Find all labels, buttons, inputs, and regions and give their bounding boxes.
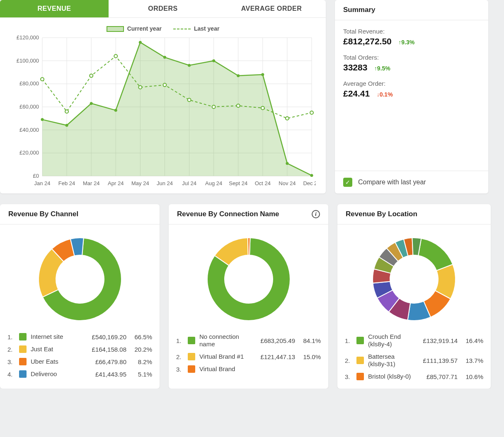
legend-row: 1. Crouch End (kls8y-4) £132,919.14 16.4… [345, 331, 483, 350]
svg-point-59 [261, 106, 264, 110]
channel-donut [34, 234, 126, 325]
svg-point-60 [286, 117, 289, 120]
summary-card: Summary Total Revenue: £812,272.50 ↑9.3%… [335, 0, 488, 193]
total-orders-label: Total Orders: [343, 54, 480, 61]
svg-point-58 [237, 104, 240, 108]
svg-point-54 [138, 86, 142, 89]
color-swatch [19, 370, 27, 378]
connection-legend: 1. No connection name £683,205.49 84.1% … [169, 328, 328, 381]
color-swatch [19, 345, 27, 353]
svg-text:£40,000: £40,000 [19, 127, 39, 133]
svg-text:£0: £0 [33, 173, 39, 179]
total-orders-value: 33283 [343, 63, 367, 72]
svg-point-43 [163, 56, 166, 59]
legend-row: 2. Battersea (kls8y-31) £111,139.57 13.7… [345, 350, 483, 370]
avg-order-value: £24.41 [343, 89, 370, 99]
svg-point-40 [90, 102, 93, 105]
svg-text:Jun 24: Jun 24 [157, 180, 173, 186]
svg-text:£120,000: £120,000 [17, 35, 39, 41]
color-swatch [356, 357, 364, 364]
svg-point-47 [261, 73, 264, 76]
summary-title: Summary [335, 0, 488, 20]
tab-orders[interactable]: ORDERS [109, 0, 217, 17]
revenue-line-chart: £0£20,000£40,000£60,000£80,000£100,000£1… [10, 35, 316, 188]
legend-row: 2. Virtual Brand #1 £121,447.13 15.0% [176, 350, 321, 363]
legend-row: 4. Deliveroo £41,443.95 5.1% [7, 368, 152, 380]
channel-legend: 1. Internet site £540,169.20 66.5% 2. Ju… [0, 328, 160, 386]
color-swatch [188, 365, 195, 373]
svg-point-44 [188, 64, 191, 67]
color-swatch [356, 337, 364, 344]
compare-label: Compare with last year [358, 179, 426, 186]
svg-point-50 [41, 77, 44, 81]
revenue-by-connection-card: Revenue By Connection Name i 1. No conne… [169, 204, 328, 389]
svg-point-61 [310, 111, 313, 114]
tab-average-order[interactable]: AVERAGE ORDER [217, 0, 326, 17]
revenue-chart-card: REVENUE ORDERS AVERAGE ORDER Current yea… [0, 0, 326, 193]
connection-title: Revenue By Connection Name [177, 210, 279, 218]
chart-legend: Current year Last year [10, 25, 316, 32]
svg-text:Jul 24: Jul 24 [182, 180, 196, 186]
legend-row: 1. Internet site £540,169.20 66.5% [7, 331, 152, 343]
location-title: Revenue By Location [337, 204, 491, 225]
svg-text:Nov 24: Nov 24 [279, 180, 296, 186]
channel-title: Revenue By Channel [0, 204, 160, 225]
svg-point-42 [139, 41, 142, 44]
svg-point-55 [163, 83, 166, 87]
compare-checkbox[interactable]: ✓ [343, 178, 352, 187]
svg-point-57 [212, 105, 216, 109]
svg-point-51 [65, 110, 68, 113]
legend-row: 3. Uber Eats £66,479.80 8.2% [7, 355, 152, 368]
legend-row: 2. Just Eat £164,158.08 20.2% [7, 343, 152, 355]
legend-swatch-current [107, 26, 124, 32]
color-swatch [188, 337, 195, 344]
avg-order-delta: ↓0.1% [377, 91, 393, 98]
svg-point-45 [212, 59, 215, 62]
svg-text:£100,000: £100,000 [17, 58, 39, 64]
color-swatch [19, 358, 27, 365]
svg-text:£60,000: £60,000 [19, 104, 39, 110]
svg-point-38 [41, 118, 44, 121]
revenue-by-location-card: Revenue By Location 1. Crouch End (kls8y… [337, 204, 491, 389]
legend-row: 3. Bristol (kls8y-0) £85,707.71 10.6% [345, 370, 483, 383]
svg-text:Sept 24: Sept 24 [229, 180, 247, 186]
total-revenue-label: Total Revenue: [343, 28, 480, 35]
total-revenue-value: £812,272.50 [343, 36, 392, 46]
tab-revenue[interactable]: REVENUE [0, 0, 109, 17]
svg-point-49 [310, 174, 313, 177]
svg-text:Apr 24: Apr 24 [108, 180, 124, 186]
svg-point-41 [114, 109, 117, 112]
location-legend: 1. Crouch End (kls8y-4) £132,919.14 16.4… [337, 328, 491, 389]
color-swatch [19, 333, 27, 340]
total-revenue-delta: ↑9.3% [398, 39, 414, 46]
legend-row: 1. No connection name £683,205.49 84.1% [176, 331, 321, 350]
revenue-by-channel-card: Revenue By Channel 1. Internet site £540… [0, 204, 160, 389]
metric-tabs: REVENUE ORDERS AVERAGE ORDER [0, 0, 326, 18]
total-orders-delta: ↑9.5% [374, 65, 390, 72]
svg-text:Mar 24: Mar 24 [83, 180, 99, 186]
svg-text:May 24: May 24 [131, 180, 149, 186]
svg-point-46 [237, 75, 240, 77]
legend-label-current: Current year [127, 25, 162, 32]
color-swatch [356, 373, 364, 380]
svg-text:Feb 24: Feb 24 [58, 180, 75, 186]
connection-donut [203, 234, 294, 325]
svg-text:Jan 24: Jan 24 [34, 180, 50, 186]
color-swatch [188, 353, 195, 360]
legend-swatch-last [173, 29, 191, 29]
svg-text:Aug 24: Aug 24 [205, 180, 222, 186]
svg-point-52 [90, 74, 93, 77]
svg-point-56 [188, 99, 191, 102]
info-icon[interactable]: i [312, 210, 320, 218]
svg-point-39 [65, 124, 68, 127]
legend-row: 3. Virtual Brand [176, 363, 321, 375]
location-donut [368, 234, 460, 325]
svg-text:Dec 24: Dec 24 [303, 180, 316, 186]
svg-text:£20,000: £20,000 [19, 150, 39, 156]
svg-text:Oct 24: Oct 24 [255, 180, 271, 186]
legend-label-last: Last year [194, 25, 219, 32]
avg-order-label: Average Order: [343, 80, 480, 87]
svg-point-48 [286, 162, 288, 165]
svg-point-53 [114, 55, 117, 58]
svg-text:£80,000: £80,000 [19, 81, 39, 87]
